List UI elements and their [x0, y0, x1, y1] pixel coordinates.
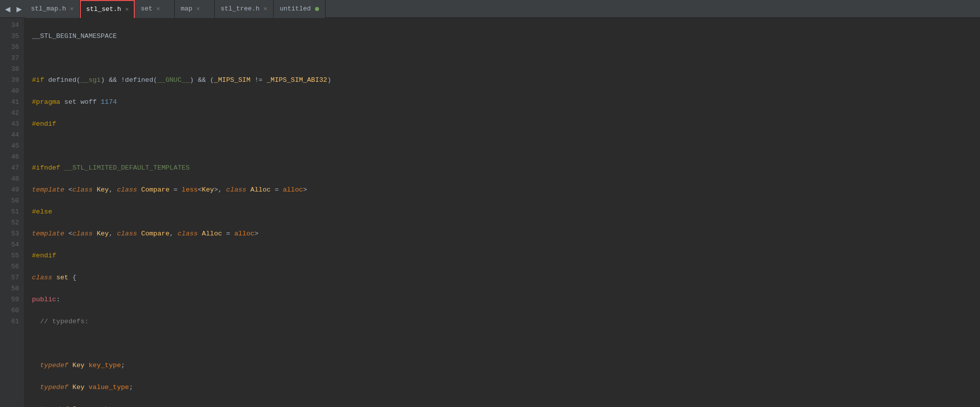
close-icon[interactable]: ✕	[70, 5, 73, 12]
tab-set[interactable]: set ✕	[135, 0, 175, 18]
tab-bar: ◀ ▶ stl_map.h ✕ stl_set.h ✕ set ✕ map ✕ …	[0, 0, 980, 18]
code-line-38: #endif	[32, 119, 980, 130]
tab-label: stl_set.h	[86, 5, 121, 13]
close-icon[interactable]: ✕	[156, 5, 160, 12]
tab-stl-tree[interactable]: stl_tree.h ✕	[215, 0, 274, 18]
tab-label: map	[181, 5, 192, 12]
code-line-51: typedef Compare key_compare;	[32, 404, 980, 407]
code-line-35	[32, 53, 980, 64]
code-line-36: #if defined(__sgi) && !defined(__GNUC__)…	[32, 75, 980, 86]
tab-untitled[interactable]: untitled	[274, 0, 325, 18]
tab-label: untitled	[280, 5, 311, 12]
code-line-43: template <class Key, class Compare, clas…	[32, 228, 980, 239]
code-line-41: template <class Key, class Compare = les…	[32, 185, 980, 196]
code-line-39	[32, 141, 980, 152]
tab-map[interactable]: map ✕	[175, 0, 215, 18]
code-line-49: typedef Key key_type;	[32, 360, 980, 371]
code-line-46: public:	[32, 294, 980, 305]
tab-label: set	[141, 5, 152, 12]
tab-nav-prev[interactable]: ◀	[2, 0, 13, 18]
dot-icon	[315, 7, 319, 11]
tab-stl-map[interactable]: stl_map.h ✕	[25, 0, 80, 18]
code-area: 34 35 36 37 38 39 40 41 42 43 44 45 46 4…	[0, 18, 980, 407]
code-content[interactable]: __STL_BEGIN_NAMESPACE #if defined(__sgi)…	[24, 18, 980, 407]
code-line-37: #pragma set woff 1174	[32, 97, 980, 108]
tab-label: stl_tree.h	[221, 5, 260, 12]
close-icon[interactable]: ✕	[125, 5, 129, 13]
line-numbers: 34 35 36 37 38 39 40 41 42 43 44 45 46 4…	[0, 18, 24, 407]
close-icon[interactable]: ✕	[196, 5, 200, 12]
code-line-50: typedef Key value_type;	[32, 382, 980, 393]
code-line-48	[32, 338, 980, 349]
code-line-34: __STL_BEGIN_NAMESPACE	[32, 31, 980, 42]
code-line-40: #ifndef __STL_LIMITED_DEFAULT_TEMPLATES	[32, 163, 980, 174]
tab-nav-next[interactable]: ▶	[13, 0, 25, 18]
code-line-47: // typedefs:	[32, 316, 980, 327]
close-icon[interactable]: ✕	[264, 5, 267, 12]
code-line-44: #endif	[32, 250, 980, 261]
tab-label: stl_map.h	[31, 5, 66, 12]
tab-stl-set[interactable]: stl_set.h ✕	[80, 0, 134, 18]
code-line-45: class set {	[32, 272, 980, 283]
code-line-42: #else	[32, 206, 980, 217]
